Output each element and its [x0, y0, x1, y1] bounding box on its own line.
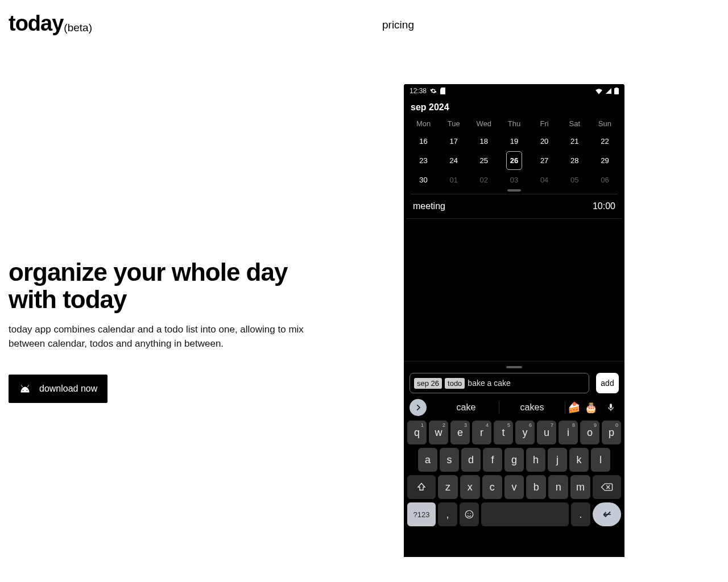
- key-space[interactable]: [481, 502, 569, 526]
- key-o[interactable]: o9: [580, 421, 599, 444]
- download-button[interactable]: download now: [9, 375, 107, 403]
- panel-drag-handle[interactable]: [506, 366, 522, 368]
- key-y[interactable]: y6: [515, 421, 535, 444]
- key-enter[interactable]: [593, 502, 621, 526]
- brand-suffix: (beta): [64, 22, 92, 34]
- key-m[interactable]: m: [570, 475, 590, 499]
- key-h[interactable]: h: [526, 448, 545, 472]
- calendar-day[interactable]: 17: [439, 131, 469, 151]
- compose-input[interactable]: sep 26 todo bake a cake: [410, 373, 589, 393]
- calendar-dow: Mon: [408, 117, 439, 131]
- suggestion-1[interactable]: cake: [433, 402, 499, 413]
- add-button[interactable]: add: [596, 373, 619, 393]
- key-period[interactable]: .: [571, 502, 590, 526]
- svg-line-3: [28, 385, 29, 388]
- calendar-day[interactable]: 06: [590, 170, 620, 189]
- key-s[interactable]: s: [440, 448, 459, 472]
- calendar-drag-handle[interactable]: [507, 189, 521, 192]
- calendar-day[interactable]: 16: [408, 131, 439, 151]
- key-c[interactable]: c: [482, 475, 502, 499]
- status-time: 12:38: [410, 87, 427, 95]
- calendar-day[interactable]: 24: [439, 151, 469, 170]
- suggestion-emoji-2[interactable]: 🎂: [582, 401, 599, 414]
- calendar-day[interactable]: 23: [408, 151, 439, 170]
- svg-point-8: [470, 513, 471, 514]
- brand-title[interactable]: today: [9, 11, 63, 36]
- calendar-day[interactable]: 03: [499, 170, 529, 189]
- suggestion-emoji-1[interactable]: 🍰: [565, 401, 582, 414]
- month-header[interactable]: sep 2024: [404, 98, 624, 116]
- suggestion-expand-button[interactable]: [410, 399, 427, 416]
- calendar-day[interactable]: 29: [590, 151, 620, 170]
- sd-card-icon: [440, 88, 446, 94]
- key-alt[interactable]: ?123: [407, 502, 436, 526]
- compose-text: bake a cake: [468, 379, 511, 388]
- calendar-day[interactable]: 22: [590, 131, 620, 151]
- key-r[interactable]: r4: [472, 421, 491, 444]
- calendar-dow: Tue: [439, 117, 469, 131]
- key-j[interactable]: j: [548, 448, 567, 472]
- calendar-day[interactable]: 01: [439, 170, 469, 189]
- key-z[interactable]: z: [438, 475, 458, 499]
- key-comma[interactable]: ,: [438, 502, 457, 526]
- key-k[interactable]: k: [569, 448, 589, 472]
- calendar-day[interactable]: 02: [469, 170, 499, 189]
- calendar-day[interactable]: 28: [560, 151, 590, 170]
- key-d[interactable]: d: [461, 448, 481, 472]
- empty-area: [404, 219, 624, 361]
- key-e[interactable]: e3: [450, 421, 470, 444]
- key-backspace[interactable]: [593, 475, 621, 499]
- wifi-icon: [595, 88, 603, 94]
- calendar: MonTueWedThuFriSatSun 161718192021222324…: [404, 116, 624, 194]
- android-icon: [19, 385, 31, 393]
- calendar-day[interactable]: 21: [560, 131, 590, 151]
- download-button-label: download now: [39, 384, 97, 394]
- mic-icon[interactable]: [603, 400, 619, 415]
- key-p[interactable]: p0: [602, 421, 621, 444]
- battery-icon: [614, 88, 619, 94]
- calendar-day[interactable]: 05: [560, 170, 590, 189]
- gear-icon: [430, 88, 437, 94]
- keyboard-suggestions: cake cakes 🍰 🎂: [404, 393, 624, 419]
- event-title: meeting: [413, 201, 445, 211]
- event-row[interactable]: meeting 10:00: [406, 194, 622, 219]
- key-g[interactable]: g: [504, 448, 524, 472]
- key-l[interactable]: l: [591, 448, 610, 472]
- key-v[interactable]: v: [504, 475, 524, 499]
- calendar-dow: Wed: [469, 117, 499, 131]
- key-f[interactable]: f: [483, 448, 502, 472]
- key-q[interactable]: q1: [407, 421, 427, 444]
- key-a[interactable]: a: [418, 448, 437, 472]
- key-i[interactable]: i8: [559, 421, 578, 444]
- svg-point-0: [23, 390, 24, 392]
- calendar-dow: Fri: [530, 117, 560, 131]
- calendar-day[interactable]: 18: [469, 131, 499, 151]
- nav-pricing-link[interactable]: pricing: [382, 19, 414, 31]
- key-u[interactable]: u7: [537, 421, 556, 444]
- calendar-dow: Sat: [560, 117, 590, 131]
- calendar-day[interactable]: 26: [499, 151, 529, 170]
- svg-point-7: [468, 513, 469, 514]
- calendar-day[interactable]: 19: [499, 131, 529, 151]
- calendar-day[interactable]: 25: [469, 151, 499, 170]
- calendar-day[interactable]: 20: [530, 131, 560, 151]
- svg-point-1: [27, 390, 28, 392]
- status-bar: 12:38: [404, 84, 624, 98]
- key-shift[interactable]: [407, 475, 436, 499]
- compose-chip-kind[interactable]: todo: [445, 378, 465, 389]
- phone-mockup: 12:38 sep 2024: [404, 84, 624, 557]
- compose-chip-date[interactable]: sep 26: [414, 378, 442, 389]
- suggestion-2[interactable]: cakes: [499, 402, 565, 413]
- hero-title: organize your whole day with today: [9, 259, 338, 313]
- key-b[interactable]: b: [526, 475, 546, 499]
- key-n[interactable]: n: [548, 475, 568, 499]
- key-emoji[interactable]: [460, 502, 479, 526]
- key-w[interactable]: w2: [429, 421, 448, 444]
- key-x[interactable]: x: [460, 475, 480, 499]
- calendar-day[interactable]: 27: [530, 151, 560, 170]
- calendar-day[interactable]: 04: [530, 170, 560, 189]
- key-t[interactable]: t5: [494, 421, 513, 444]
- calendar-day[interactable]: 30: [408, 170, 439, 189]
- keyboard: q1w2e3r4t5y6u7i8o9p0 asdfghjkl zxcvbnm ?…: [404, 419, 624, 534]
- svg-point-6: [465, 510, 473, 518]
